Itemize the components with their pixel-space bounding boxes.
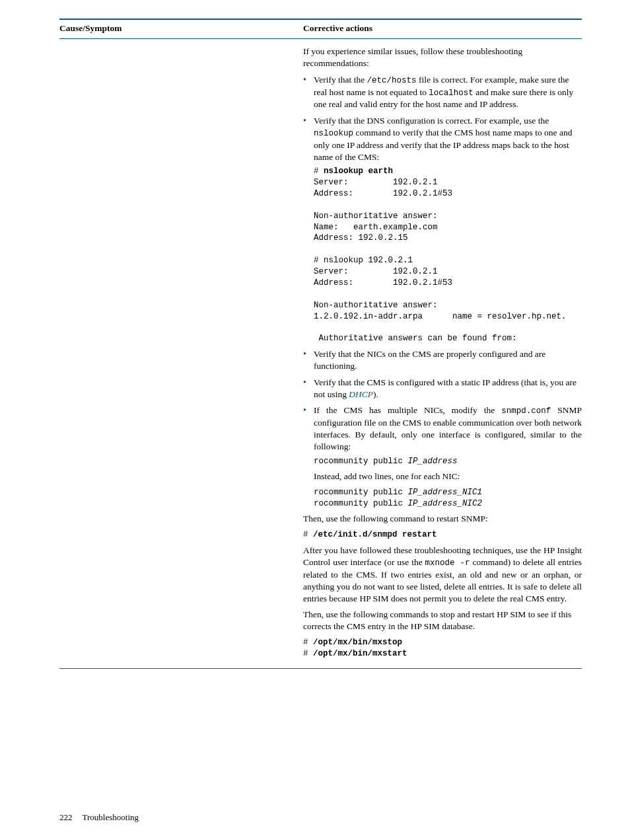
table-header-row: Cause/Symptom Corrective actions [59,22,582,34]
bullet-dns-code1: nslookup [314,129,353,138]
header-corrective: Corrective actions [303,22,582,34]
bullet-hosts-code1: /etc/hosts [367,76,417,85]
bullet-nics: Verify that the NICs on the CMS are prop… [303,348,582,372]
stop-hash: # [303,638,313,647]
bullet-hosts-code2: localhost [429,89,473,98]
after-para: After you have followed these troublesho… [303,545,582,605]
rocom-prefix: rocommunity public [314,457,408,466]
bullet-snmpd: If the CMS has multiple NICs, modify the… [303,404,582,509]
table-body-row: If you experience similar issues, follow… [59,42,582,663]
rocommunity-single: rocommunity public IP_address [314,456,582,467]
rocommunity-nics: rocommunity public IP_address_NIC1 rocom… [314,487,582,510]
bullet-static-ip: Verify that the CMS is configured with a… [303,377,582,401]
bullet-nics-text: Verify that the NICs on the CMS are prop… [314,349,545,371]
terminal-block: # nslookup earth Server: 192.0.2.1 Addre… [314,166,582,344]
stop-cmd: /opt/mx/bin/mxstop [313,638,402,647]
footer: 222 Troubleshooting [59,812,139,823]
start-cmd: /opt/mx/bin/mxstart [313,649,407,658]
bullet-list-2: Verify that the NICs on the CMS are prop… [303,348,582,509]
restart-cmd-text: /etc/init.d/snmpd restart [313,530,437,539]
bullet-hosts-pre: Verify that the [314,75,367,85]
instead-line: Instead, add two lines, one for each NIC… [314,471,582,482]
bullet-list-1: Verify that the /etc/hosts file is corre… [303,74,582,345]
corrective-cell: If you experience similar issues, follow… [303,42,582,663]
intro-text: If you experience similar issues, follow… [303,46,582,69]
header-rule [59,38,582,39]
bullet-snmpd-pre: If the CMS has multiple NICs, modify the [314,405,501,415]
header-cause: Cause/Symptom [59,22,303,34]
page: Cause/Symptom Corrective actions If you … [0,0,630,840]
restart-cmd: # /etc/init.d/snmpd restart [303,529,582,541]
page-number: 222 [59,812,73,822]
restart-hash: # [303,530,313,539]
then-stop: Then, use the following commands to stop… [303,609,582,632]
rocom-nic2-prefix: rocommunity public [314,499,408,508]
bullet-dns: Verify that the DNS configuration is cor… [303,115,582,345]
after-code: mxnode -r [425,558,470,568]
rocom-nic1-var: IP_address_NIC1 [408,488,483,497]
bullet-hosts: Verify that the /etc/hosts file is corre… [303,74,582,111]
bullet-dns-pre: Verify that the DNS configuration is cor… [314,116,549,126]
rocom-var: IP_address [408,457,458,466]
bottom-rule [59,668,582,669]
dhcp-link[interactable]: DHCP [349,389,373,399]
rocom-nic1-prefix: rocommunity public [314,488,408,497]
section-name: Troubleshooting [83,812,139,822]
mx-cmds: # /opt/mx/bin/mxstop # /opt/mx/bin/mxsta… [303,637,582,660]
start-hash: # [303,649,313,658]
cause-cell [59,42,303,663]
bullet-static-post: ). [373,389,378,399]
rocom-nic2-var: IP_address_NIC2 [408,499,483,508]
top-rule [59,19,582,20]
bullet-snmpd-code: snmpd.conf [501,406,551,416]
restart-intro: Then, use the following command to resta… [303,513,582,525]
